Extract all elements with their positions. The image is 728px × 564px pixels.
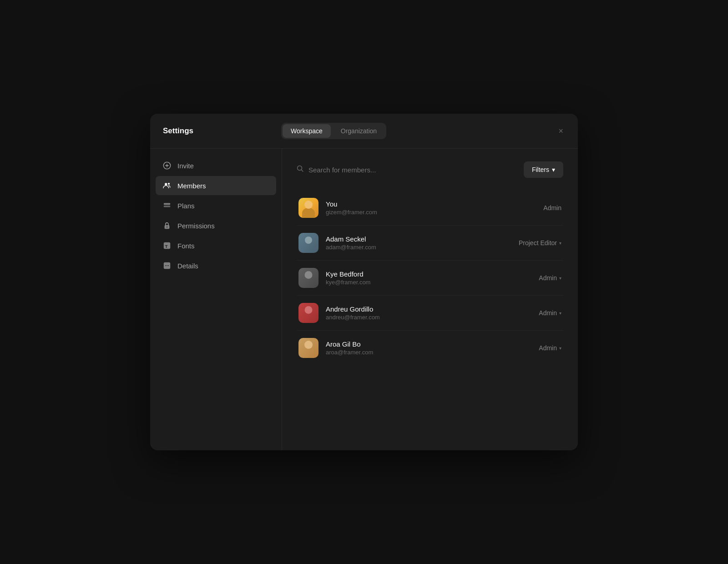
chevron-down-icon: ▾: [559, 276, 561, 281]
table-row: Adam Seckel adam@framer.com Project Edit…: [297, 226, 563, 261]
modal-header: Settings Workspace Organization ×: [150, 114, 578, 149]
sidebar-item-fonts[interactable]: T Fonts: [156, 236, 276, 255]
member-role-dropdown[interactable]: Admin ▾: [539, 309, 561, 317]
search-bar: Filters ▾: [297, 161, 563, 178]
sidebar-item-permissions-label: Permissions: [177, 222, 215, 230]
member-info: You gizem@framer.com: [326, 200, 543, 216]
member-email: andreu@framer.com: [326, 314, 539, 321]
sidebar-item-plans-label: Plans: [177, 202, 195, 210]
member-email: kye@framer.com: [326, 279, 539, 286]
search-icon: [297, 165, 304, 174]
sidebar-item-members-label: Members: [177, 182, 206, 190]
svg-text:T: T: [165, 244, 168, 249]
member-info: Adam Seckel adam@framer.com: [326, 235, 519, 251]
sidebar-item-permissions[interactable]: Permissions: [156, 216, 276, 235]
search-input[interactable]: [308, 166, 518, 174]
sidebar-item-details-label: Details: [177, 262, 198, 270]
svg-point-6: [167, 227, 167, 227]
sidebar-item-fonts-label: Fonts: [177, 242, 195, 250]
member-email: adam@framer.com: [326, 244, 519, 251]
chevron-down-icon: ▾: [552, 166, 555, 173]
main-content: Filters ▾ You gizem@framer.com Admin: [282, 149, 578, 450]
svg-point-12: [168, 265, 169, 266]
table-row: Andreu Gordillo andreu@framer.com Admin …: [297, 296, 563, 331]
sidebar-item-plans[interactable]: Plans: [156, 196, 276, 215]
member-name: Aroa Gil Bo: [326, 340, 539, 348]
member-role-dropdown[interactable]: Project Editor ▾: [519, 239, 561, 247]
tab-organization[interactable]: Organization: [333, 124, 385, 138]
member-role-dropdown[interactable]: Admin ▾: [539, 344, 561, 352]
chevron-down-icon: ▾: [559, 241, 561, 246]
member-email: aroa@framer.com: [326, 349, 539, 356]
sidebar: Invite Members: [150, 149, 282, 450]
members-list: You gizem@framer.com Admin Adam Seckel a…: [297, 191, 563, 365]
chevron-down-icon: ▾: [559, 346, 561, 351]
lock-icon: [162, 221, 172, 231]
member-email: gizem@framer.com: [326, 209, 543, 216]
svg-point-2: [168, 183, 170, 185]
filters-label: Filters: [532, 166, 549, 173]
modal-body: Invite Members: [150, 149, 578, 450]
fonts-icon: T: [162, 241, 172, 251]
tab-group: Workspace Organization: [281, 123, 386, 139]
svg-rect-4: [164, 206, 170, 207]
member-name: Adam Seckel: [326, 235, 519, 243]
svg-point-10: [165, 265, 166, 266]
member-name: Andreu Gordillo: [326, 305, 539, 313]
tab-workspace[interactable]: Workspace: [283, 124, 331, 138]
sidebar-item-details[interactable]: Details: [156, 256, 276, 275]
avatar: [298, 198, 318, 218]
avatar: [298, 233, 318, 253]
avatar: [298, 268, 318, 288]
member-info: Kye Bedford kye@framer.com: [326, 270, 539, 286]
member-name: Kye Bedford: [326, 270, 539, 278]
avatar: [298, 303, 318, 323]
chevron-down-icon: ▾: [559, 311, 561, 316]
sidebar-item-members[interactable]: Members: [156, 176, 276, 195]
svg-point-1: [165, 183, 167, 185]
table-row: Aroa Gil Bo aroa@framer.com Admin ▾: [297, 331, 563, 365]
member-info: Aroa Gil Bo aroa@framer.com: [326, 340, 539, 356]
sidebar-item-invite-label: Invite: [177, 162, 194, 170]
member-role-dropdown[interactable]: Admin ▾: [539, 274, 561, 282]
close-button[interactable]: ×: [556, 125, 565, 137]
svg-rect-3: [164, 203, 170, 205]
filters-button[interactable]: Filters ▾: [524, 161, 563, 178]
details-icon: [162, 261, 172, 271]
sidebar-item-invite[interactable]: Invite: [156, 156, 276, 175]
table-row: You gizem@framer.com Admin: [297, 191, 563, 226]
search-wrapper: [297, 165, 518, 174]
svg-point-11: [167, 265, 167, 266]
member-info: Andreu Gordillo andreu@framer.com: [326, 305, 539, 321]
avatar: [298, 338, 318, 358]
table-row: Kye Bedford kye@framer.com Admin ▾: [297, 261, 563, 296]
member-role: Admin: [543, 204, 561, 212]
plus-circle-icon: [162, 161, 172, 171]
member-name: You: [326, 200, 543, 208]
plans-icon: [162, 201, 172, 211]
members-icon: [162, 181, 172, 191]
settings-title: Settings: [163, 126, 281, 136]
settings-modal: Settings Workspace Organization × Invite: [150, 114, 578, 450]
